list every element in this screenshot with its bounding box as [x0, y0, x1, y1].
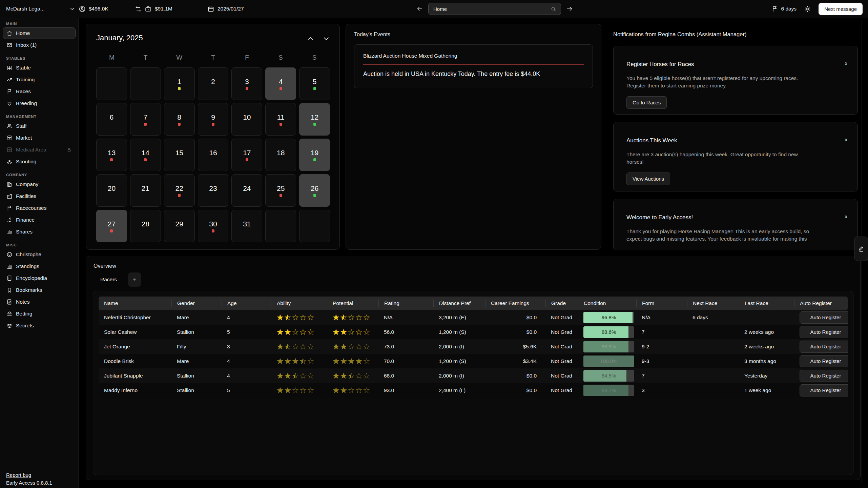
sidebar-item-staff[interactable]: Staff: [3, 120, 76, 132]
company-selector[interactable]: McDarsh Lega...: [6, 0, 76, 18]
calendar-day-10[interactable]: 10: [231, 103, 262, 136]
auto-register-button[interactable]: Auto Register: [800, 326, 848, 338]
table-row[interactable]: Jet OrangeFilly3☆☆☆☆☆★★★★★☆☆☆☆☆★★★★★73.0…: [99, 339, 848, 354]
sidebar-item-shares[interactable]: Shares: [3, 226, 76, 238]
column-header-career-earnings[interactable]: Career Earnings: [485, 300, 545, 307]
sidebar-item-notes[interactable]: Notes: [3, 296, 76, 308]
sidebar-item-races[interactable]: Races: [3, 86, 76, 97]
calendar-day-26[interactable]: 26: [299, 174, 330, 207]
column-header-potential[interactable]: Potential: [327, 300, 378, 307]
calendar-day-30[interactable]: 30: [198, 210, 229, 242]
calendar-day-4[interactable]: 4: [265, 67, 296, 100]
report-bug-link[interactable]: Report bug: [6, 472, 31, 478]
sidebar-item-market[interactable]: Market: [3, 132, 76, 144]
search-input[interactable]: [433, 6, 550, 12]
calendar-day-14[interactable]: 14: [130, 139, 161, 171]
column-header-next-race[interactable]: Next Race: [687, 300, 739, 307]
calendar-day-17[interactable]: 17: [231, 139, 262, 171]
calendar-day-18[interactable]: 18: [265, 139, 296, 171]
column-header-last-race[interactable]: Last Race: [739, 300, 794, 307]
sidebar-item-inbox-1[interactable]: Inbox (1): [3, 39, 76, 51]
calendar-day-6[interactable]: 6: [96, 103, 127, 136]
auto-register-button[interactable]: Auto Register: [800, 341, 848, 353]
column-header-rating[interactable]: Rating: [378, 300, 433, 307]
sidebar-item-racecourses[interactable]: Racecourses: [3, 202, 76, 214]
column-header-distance-pref[interactable]: Distance Pref: [433, 300, 485, 307]
sidebar-item-standings[interactable]: Standings: [3, 261, 76, 272]
auto-register-button[interactable]: Auto Register: [800, 311, 848, 324]
close-icon[interactable]: x: [845, 60, 848, 66]
calendar-day-28[interactable]: 28: [130, 210, 161, 242]
sidebar-item-encyclopedia[interactable]: Encyclopedia: [3, 272, 76, 284]
close-icon[interactable]: x: [845, 137, 848, 142]
table-row[interactable]: Nefertiti ChristopherMare4☆☆☆☆☆★★★★★☆☆☆☆…: [99, 310, 848, 325]
column-header-grade[interactable]: Grade: [545, 300, 578, 307]
sidebar-item-training[interactable]: Training: [3, 74, 76, 85]
calendar-day-25[interactable]: 25: [265, 174, 296, 207]
calendar-day-9[interactable]: 9: [198, 103, 229, 136]
calendar-day-8[interactable]: 8: [164, 103, 195, 136]
table-row[interactable]: Solar CashewStallion5☆☆☆☆☆★★★★★☆☆☆☆☆★★★★…: [99, 325, 848, 339]
add-tab-button[interactable]: +: [128, 272, 141, 287]
back-button[interactable]: [416, 5, 423, 13]
tab-racers[interactable]: Racers: [100, 277, 117, 283]
calendar-day-12[interactable]: 12: [299, 103, 330, 136]
column-header-name[interactable]: Name: [99, 300, 171, 307]
search-box[interactable]: [428, 3, 561, 15]
table-row[interactable]: Maddy InfernoStallion5☆☆☆☆☆★★★★★☆☆☆☆☆★★★…: [99, 383, 848, 398]
sidebar-item-secrets[interactable]: Secrets: [3, 320, 76, 331]
sidebar-item-home[interactable]: Home: [3, 27, 76, 39]
calendar-day-22[interactable]: 22: [164, 174, 195, 207]
sidebar-item-facilities[interactable]: Facilities: [3, 190, 76, 202]
search-icon[interactable]: [550, 6, 557, 12]
calendar-day-1[interactable]: 1: [164, 67, 195, 100]
calendar-day-11[interactable]: 11: [265, 103, 296, 136]
ability-stars: ☆☆☆☆☆★★★★★: [271, 343, 327, 351]
calendar-day-20[interactable]: 20: [96, 174, 127, 207]
sidebar-item-finance[interactable]: Finance: [3, 214, 76, 226]
sidebar-item-company[interactable]: Company: [3, 179, 76, 190]
calendar-day-29[interactable]: 29: [164, 210, 195, 242]
calendar-day-21[interactable]: 21: [130, 174, 161, 207]
notes-slideout-tab[interactable]: [854, 237, 868, 261]
calendar-day-31[interactable]: 31: [231, 210, 262, 242]
calendar-day-24[interactable]: 24: [231, 174, 262, 207]
calendar-day-3[interactable]: 3: [231, 67, 262, 100]
table-row[interactable]: Jubilant SnappleStallion4☆☆☆☆☆★★★★★☆☆☆☆☆…: [99, 368, 848, 383]
sidebar-item-stable[interactable]: Stable: [3, 62, 76, 74]
calendar-day-7[interactable]: 7: [130, 103, 161, 136]
view-auctions-button[interactable]: View Auctions: [626, 172, 670, 185]
calendar-day-2[interactable]: 2: [198, 67, 229, 100]
next-message-button[interactable]: Next message: [819, 3, 863, 15]
calendar-day-19[interactable]: 19: [299, 139, 330, 171]
auto-register-button[interactable]: Auto Register: [800, 370, 848, 382]
auto-register-button[interactable]: Auto Register: [800, 355, 848, 367]
calendar-day-27[interactable]: 27: [96, 210, 127, 242]
event-card[interactable]: Blizzard Auction House Mixed GatheringAu…: [354, 44, 593, 88]
calendar-day-5[interactable]: 5: [299, 67, 330, 100]
calendar-prev-button[interactable]: [306, 34, 315, 43]
go-to-races-button[interactable]: Go to Races: [626, 96, 667, 109]
table-row[interactable]: Doodle BriskMare4☆☆☆☆☆★★★★★☆☆☆☆☆★★★★★70.…: [99, 354, 848, 368]
close-icon[interactable]: x: [845, 214, 848, 219]
column-header-age[interactable]: Age: [222, 300, 271, 307]
column-header-condition[interactable]: Condition: [578, 300, 636, 307]
sidebar-item-betting[interactable]: Betting: [3, 308, 76, 320]
calendar-day-15[interactable]: 15: [164, 139, 195, 171]
column-header-ability[interactable]: Ability: [271, 300, 327, 307]
settings-gear-icon[interactable]: [804, 5, 811, 13]
column-header-form[interactable]: Form: [636, 300, 687, 307]
sidebar-item-breeding[interactable]: Breeding: [3, 98, 76, 109]
calendar-day-23[interactable]: 23: [198, 174, 229, 207]
column-header-auto-register[interactable]: Auto Register: [794, 300, 848, 307]
calendar-next-button[interactable]: [322, 34, 331, 43]
forward-button[interactable]: [566, 5, 573, 13]
calendar-day-16[interactable]: 16: [198, 139, 229, 171]
column-header-gender[interactable]: Gender: [171, 300, 222, 307]
sidebar-item-christophe[interactable]: Christophe: [3, 249, 76, 260]
sidebar-item-scouting[interactable]: Scouting: [3, 156, 76, 167]
sidebar-item-medical-area[interactable]: Medical Area: [3, 144, 76, 156]
calendar-day-13[interactable]: 13: [96, 139, 127, 171]
sidebar-item-bookmarks[interactable]: Bookmarks: [3, 284, 76, 296]
auto-register-button[interactable]: Auto Register: [800, 384, 848, 396]
